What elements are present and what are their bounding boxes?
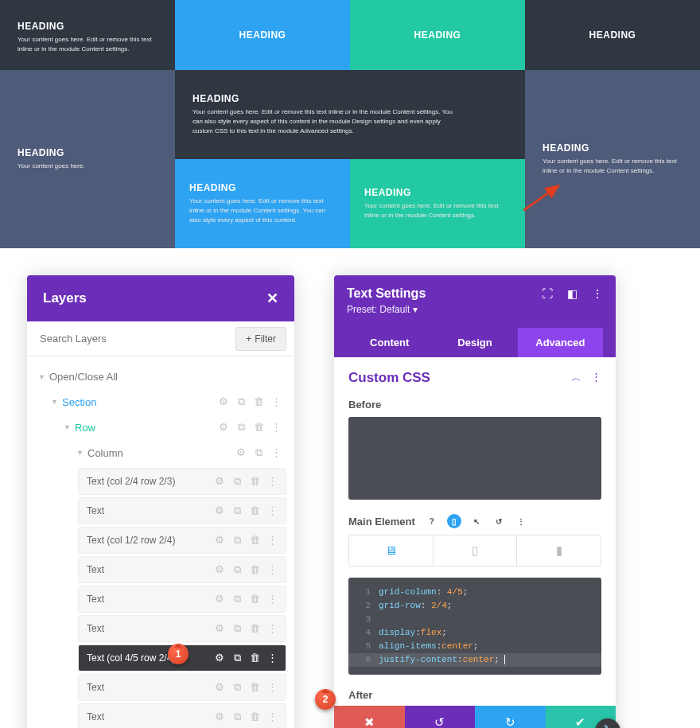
caret-icon: ▼ — [64, 423, 75, 431]
hover-icon[interactable]: ↖ — [469, 514, 484, 528]
layer-item[interactable]: Text⚙⧉🗑⋮ — [78, 674, 286, 701]
cell-heading: HEADING — [414, 29, 461, 41]
layer-item[interactable]: Text⚙⧉🗑⋮ — [78, 615, 286, 642]
layer-item[interactable]: Text⚙⧉🗑⋮ — [78, 586, 286, 613]
layer-actions: ⚙⧉🗑⋮ — [214, 710, 278, 723]
close-icon[interactable]: ✕ — [266, 290, 278, 307]
gear-icon[interactable]: ⚙ — [214, 475, 225, 488]
duplicate-icon[interactable]: ⧉ — [231, 534, 243, 547]
gear-icon[interactable]: ⚙ — [235, 446, 247, 459]
more-icon[interactable]: ⋮ — [266, 622, 278, 635]
tab-content[interactable]: Content — [347, 328, 432, 357]
discard-button[interactable]: ✖ — [334, 706, 405, 728]
trash-icon[interactable]: 🗑 — [249, 710, 260, 723]
layer-actions: ⚙⧉🗑⋮ — [214, 593, 278, 605]
preset-dropdown[interactable]: Preset: Default ▾ — [347, 304, 603, 323]
more-icon[interactable]: ⋮ — [270, 421, 282, 434]
gear-icon[interactable]: ⚙ — [214, 593, 225, 605]
duplicate-icon[interactable]: ⧉ — [235, 395, 247, 408]
collapse-icon[interactable]: ︿ — [571, 371, 581, 385]
tablet-responsive-icon[interactable]: ▯ — [447, 514, 461, 528]
open-close-all[interactable]: ▼ Open/Close All — [33, 364, 286, 389]
gear-icon[interactable]: ⚙ — [214, 681, 225, 694]
device-desktop[interactable]: 🖥 — [349, 535, 433, 566]
reset-icon[interactable]: ↺ — [492, 514, 506, 528]
trash-icon[interactable]: 🗑 — [249, 652, 260, 664]
help-icon[interactable]: ? — [425, 514, 439, 528]
layer-item[interactable]: Text⚙⧉🗑⋮ — [78, 556, 286, 583]
main-element-css-input[interactable]: 1grid-column: 4/5;2grid-row: 2/4;3 4disp… — [348, 578, 601, 675]
trash-icon[interactable]: 🗑 — [253, 421, 264, 434]
more-icon[interactable]: ⋮ — [266, 504, 278, 517]
more-icon[interactable]: ⋮ — [266, 534, 278, 547]
expand-icon[interactable]: ⛶ — [542, 287, 553, 300]
trash-icon[interactable]: 🗑 — [253, 395, 264, 408]
duplicate-icon[interactable]: ⧉ — [231, 563, 243, 576]
gear-icon[interactable]: ⚙ — [214, 534, 225, 547]
more-icon[interactable]: ⋮ — [266, 563, 278, 576]
device-phone[interactable]: ▮ — [516, 535, 601, 566]
layer-item[interactable]: Text (col 2/4 row 2/3)⚙⧉🗑⋮ — [78, 468, 286, 495]
more-icon[interactable]: ⋮ — [270, 395, 282, 408]
device-tablet[interactable]: ▯ — [433, 535, 517, 566]
cell-heading: HEADING — [542, 142, 682, 154]
duplicate-icon[interactable]: ⧉ — [231, 710, 243, 723]
layer-item[interactable]: Text⚙⧉🗑⋮ — [78, 497, 286, 524]
before-label: Before — [348, 399, 601, 411]
search-input[interactable] — [27, 321, 235, 356]
settings-header[interactable]: Text Settings ⛶ ◧ ⋮ Preset: Default ▾ Co… — [334, 275, 616, 357]
svg-line-0 — [523, 185, 558, 210]
gear-icon[interactable]: ⚙ — [218, 421, 229, 434]
more-icon[interactable]: ⋮ — [270, 446, 282, 459]
duplicate-icon[interactable]: ⧉ — [231, 652, 243, 664]
trash-icon[interactable]: 🗑 — [249, 593, 260, 605]
layer-item[interactable]: Text (col 4/5 row 2/4)⚙⧉🗑⋮1 — [78, 644, 286, 672]
trash-icon[interactable]: 🗑 — [249, 475, 260, 488]
duplicate-icon[interactable]: ⧉ — [231, 504, 243, 517]
duplicate-icon[interactable]: ⧉ — [231, 475, 243, 488]
duplicate-icon[interactable]: ⧉ — [235, 421, 247, 434]
tab-advanced[interactable]: Advanced — [518, 328, 603, 357]
redo-button[interactable]: ↻ — [475, 706, 546, 728]
layer-row[interactable]: ▼ Row ⚙ ⧉ 🗑 ⋮ — [59, 415, 286, 440]
caret-icon: ▼ — [51, 398, 62, 406]
grid-cell: HEADING Your content goes here. Edit or … — [350, 159, 525, 248]
more-icon[interactable]: ⋮ — [266, 593, 278, 605]
trash-icon[interactable]: 🗑 — [249, 681, 260, 694]
layer-item-label: Text — [87, 711, 214, 722]
trash-icon[interactable]: 🗑 — [249, 622, 260, 635]
more-icon[interactable]: ⋮ — [591, 371, 601, 385]
gear-icon[interactable]: ⚙ — [214, 622, 225, 635]
before-css-input[interactable] — [348, 417, 601, 500]
layers-header[interactable]: Layers ✕ — [27, 275, 294, 321]
more-icon[interactable]: ⋮ — [266, 681, 278, 694]
duplicate-icon[interactable]: ⧉ — [231, 622, 243, 635]
tab-design[interactable]: Design — [432, 328, 517, 357]
duplicate-icon[interactable]: ⧉ — [231, 681, 243, 694]
more-icon[interactable]: ⋮ — [266, 475, 278, 488]
gear-icon[interactable]: ⚙ — [214, 504, 225, 517]
gear-icon[interactable]: ⚙ — [214, 652, 225, 664]
gear-icon[interactable]: ⚙ — [218, 395, 229, 408]
duplicate-icon[interactable]: ⧉ — [231, 593, 243, 605]
more-icon[interactable]: ⋮ — [514, 514, 528, 528]
cell-heading: HEADING — [364, 187, 511, 198]
trash-icon[interactable]: 🗑 — [249, 504, 260, 517]
duplicate-icon[interactable]: ⧉ — [253, 446, 264, 459]
chevron-down-icon: ▾ — [413, 304, 418, 315]
trash-icon[interactable]: 🗑 — [249, 563, 260, 576]
layer-item[interactable]: Text⚙⧉🗑⋮ — [78, 703, 286, 728]
layer-section[interactable]: ▼ Section ⚙ ⧉ 🗑 ⋮ — [46, 389, 286, 415]
more-icon[interactable]: ⋮ — [592, 287, 603, 300]
trash-icon[interactable]: 🗑 — [249, 534, 260, 547]
layer-column[interactable]: ▼ Column ⚙ ⧉ ⋮ — [72, 440, 286, 465]
filter-button[interactable]: +Filter — [235, 327, 286, 351]
gear-icon[interactable]: ⚙ — [214, 563, 225, 576]
layer-item-label: Text — [87, 505, 214, 516]
layer-item[interactable]: Text (col 1/2 row 2/4)⚙⧉🗑⋮ — [78, 527, 286, 554]
more-icon[interactable]: ⋮ — [266, 710, 278, 723]
snap-icon[interactable]: ◧ — [567, 287, 578, 300]
more-icon[interactable]: ⋮ — [266, 652, 278, 664]
gear-icon[interactable]: ⚙ — [214, 710, 225, 723]
undo-button[interactable]: ↺ — [405, 706, 476, 728]
